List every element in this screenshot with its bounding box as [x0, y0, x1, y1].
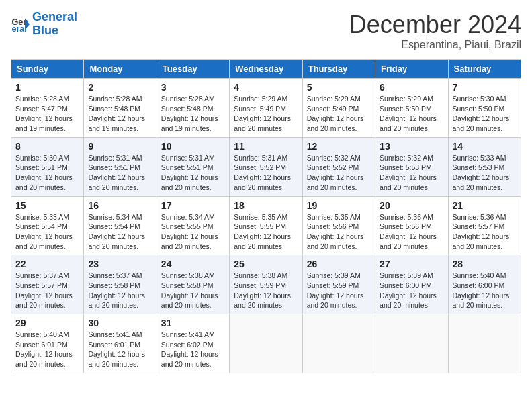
- calendar-cell: 19Sunrise: 5:35 AM Sunset: 5:56 PM Dayli…: [302, 196, 375, 255]
- weekday-header-friday: Friday: [375, 60, 448, 79]
- calendar-cell: 7Sunrise: 5:30 AM Sunset: 5:50 PM Daylig…: [448, 79, 521, 138]
- day-number: 20: [380, 200, 443, 211]
- day-info: Sunrise: 5:33 AM Sunset: 5:54 PM Dayligh…: [15, 212, 79, 252]
- calendar-cell: [448, 314, 521, 373]
- calendar-cell: 16Sunrise: 5:34 AM Sunset: 5:54 PM Dayli…: [84, 196, 157, 255]
- calendar-cell: 11Sunrise: 5:31 AM Sunset: 5:52 PM Dayli…: [230, 137, 302, 196]
- day-number: 26: [307, 259, 371, 269]
- day-number: 22: [15, 259, 79, 269]
- calendar-cell: 23Sunrise: 5:37 AM Sunset: 5:58 PM Dayli…: [84, 255, 157, 314]
- day-number: 17: [161, 200, 225, 211]
- logo-text: GeneralBlue: [32, 11, 77, 38]
- day-number: 7: [453, 82, 517, 93]
- calendar-cell: 24Sunrise: 5:38 AM Sunset: 5:58 PM Dayli…: [157, 255, 229, 314]
- calendar-cell: 17Sunrise: 5:34 AM Sunset: 5:55 PM Dayli…: [157, 196, 229, 255]
- day-number: 10: [161, 141, 225, 152]
- calendar-cell: 9Sunrise: 5:31 AM Sunset: 5:51 PM Daylig…: [84, 137, 157, 196]
- day-info: Sunrise: 5:37 AM Sunset: 5:57 PM Dayligh…: [15, 271, 79, 310]
- calendar-cell: 26Sunrise: 5:39 AM Sunset: 5:59 PM Dayli…: [302, 255, 375, 314]
- day-number: 12: [307, 141, 371, 152]
- calendar-cell: [230, 314, 302, 373]
- day-number: 3: [161, 82, 225, 93]
- calendar-body: 1Sunrise: 5:28 AM Sunset: 5:47 PM Daylig…: [11, 79, 521, 373]
- day-info: Sunrise: 5:28 AM Sunset: 5:47 PM Dayligh…: [15, 94, 79, 134]
- day-number: 25: [234, 259, 298, 269]
- day-info: Sunrise: 5:41 AM Sunset: 6:01 PM Dayligh…: [88, 330, 152, 369]
- day-number: 6: [380, 82, 443, 93]
- calendar-cell: 12Sunrise: 5:32 AM Sunset: 5:52 PM Dayli…: [302, 137, 375, 196]
- calendar-cell: 18Sunrise: 5:35 AM Sunset: 5:55 PM Dayli…: [230, 196, 302, 255]
- day-number: 1: [15, 82, 79, 93]
- day-number: 23: [88, 259, 152, 269]
- day-number: 16: [88, 200, 152, 211]
- calendar-cell: 13Sunrise: 5:32 AM Sunset: 5:53 PM Dayli…: [375, 137, 448, 196]
- calendar-cell: 29Sunrise: 5:40 AM Sunset: 6:01 PM Dayli…: [11, 314, 84, 373]
- calendar-cell: 31Sunrise: 5:41 AM Sunset: 6:02 PM Dayli…: [157, 314, 229, 373]
- calendar-header-row: SundayMondayTuesdayWednesdayThursdayFrid…: [11, 60, 521, 79]
- day-number: 27: [380, 259, 443, 269]
- day-info: Sunrise: 5:31 AM Sunset: 5:51 PM Dayligh…: [88, 153, 152, 193]
- calendar-week-2: 8Sunrise: 5:30 AM Sunset: 5:51 PM Daylig…: [11, 137, 521, 196]
- calendar-cell: [375, 314, 448, 373]
- calendar-cell: 5Sunrise: 5:29 AM Sunset: 5:49 PM Daylig…: [302, 79, 375, 138]
- day-number: 13: [380, 141, 443, 152]
- title-block: December 2024 Esperantina, Piaui, Brazil: [349, 11, 521, 51]
- day-info: Sunrise: 5:29 AM Sunset: 5:49 PM Dayligh…: [307, 94, 371, 134]
- day-number: 5: [307, 82, 371, 93]
- day-info: Sunrise: 5:29 AM Sunset: 5:50 PM Dayligh…: [380, 94, 443, 134]
- day-info: Sunrise: 5:41 AM Sunset: 6:02 PM Dayligh…: [161, 330, 225, 369]
- calendar-cell: 10Sunrise: 5:31 AM Sunset: 5:51 PM Dayli…: [157, 137, 229, 196]
- day-info: Sunrise: 5:36 AM Sunset: 5:56 PM Dayligh…: [380, 212, 443, 252]
- day-info: Sunrise: 5:29 AM Sunset: 5:49 PM Dayligh…: [234, 94, 298, 134]
- calendar-table: SundayMondayTuesdayWednesdayThursdayFrid…: [11, 59, 521, 373]
- day-info: Sunrise: 5:38 AM Sunset: 5:58 PM Dayligh…: [161, 271, 225, 310]
- weekday-header-thursday: Thursday: [302, 60, 375, 79]
- calendar-cell: 25Sunrise: 5:38 AM Sunset: 5:59 PM Dayli…: [230, 255, 302, 314]
- day-number: 30: [88, 318, 152, 328]
- calendar-cell: 8Sunrise: 5:30 AM Sunset: 5:51 PM Daylig…: [11, 137, 84, 196]
- day-info: Sunrise: 5:35 AM Sunset: 5:56 PM Dayligh…: [307, 212, 371, 252]
- calendar-cell: [302, 314, 375, 373]
- day-number: 14: [453, 141, 517, 152]
- weekday-header-monday: Monday: [84, 60, 157, 79]
- day-number: 9: [88, 141, 152, 152]
- day-info: Sunrise: 5:36 AM Sunset: 5:57 PM Dayligh…: [453, 212, 517, 252]
- calendar-week-3: 15Sunrise: 5:33 AM Sunset: 5:54 PM Dayli…: [11, 196, 521, 255]
- weekday-header-wednesday: Wednesday: [230, 60, 302, 79]
- day-info: Sunrise: 5:38 AM Sunset: 5:59 PM Dayligh…: [234, 271, 298, 310]
- weekday-header-sunday: Sunday: [11, 60, 84, 79]
- weekday-header-tuesday: Tuesday: [157, 60, 229, 79]
- day-number: 24: [161, 259, 225, 269]
- day-info: Sunrise: 5:30 AM Sunset: 5:50 PM Dayligh…: [453, 94, 517, 134]
- day-info: Sunrise: 5:35 AM Sunset: 5:55 PM Dayligh…: [234, 212, 298, 252]
- day-number: 8: [15, 141, 79, 152]
- logo-icon: Gen eral: [11, 15, 30, 34]
- calendar-cell: 28Sunrise: 5:40 AM Sunset: 6:00 PM Dayli…: [448, 255, 521, 314]
- calendar-cell: 4Sunrise: 5:29 AM Sunset: 5:49 PM Daylig…: [230, 79, 302, 138]
- day-number: 2: [88, 82, 152, 93]
- calendar-cell: 6Sunrise: 5:29 AM Sunset: 5:50 PM Daylig…: [375, 79, 448, 138]
- day-info: Sunrise: 5:32 AM Sunset: 5:52 PM Dayligh…: [307, 153, 371, 193]
- day-number: 19: [307, 200, 371, 211]
- day-info: Sunrise: 5:39 AM Sunset: 5:59 PM Dayligh…: [307, 271, 371, 310]
- calendar-cell: 3Sunrise: 5:28 AM Sunset: 5:48 PM Daylig…: [157, 79, 229, 138]
- weekday-header-saturday: Saturday: [448, 60, 521, 79]
- calendar-cell: 27Sunrise: 5:39 AM Sunset: 6:00 PM Dayli…: [375, 255, 448, 314]
- day-info: Sunrise: 5:30 AM Sunset: 5:51 PM Dayligh…: [15, 153, 79, 193]
- day-info: Sunrise: 5:28 AM Sunset: 5:48 PM Dayligh…: [161, 94, 225, 134]
- day-number: 31: [161, 318, 225, 328]
- calendar-cell: 1Sunrise: 5:28 AM Sunset: 5:47 PM Daylig…: [11, 79, 84, 138]
- calendar-cell: 2Sunrise: 5:28 AM Sunset: 5:48 PM Daylig…: [84, 79, 157, 138]
- day-info: Sunrise: 5:31 AM Sunset: 5:51 PM Dayligh…: [161, 153, 225, 193]
- day-number: 29: [15, 318, 79, 328]
- day-info: Sunrise: 5:34 AM Sunset: 5:55 PM Dayligh…: [161, 212, 225, 252]
- day-info: Sunrise: 5:40 AM Sunset: 6:00 PM Dayligh…: [453, 271, 517, 310]
- calendar-cell: 22Sunrise: 5:37 AM Sunset: 5:57 PM Dayli…: [11, 255, 84, 314]
- day-number: 18: [234, 200, 298, 211]
- calendar-cell: 15Sunrise: 5:33 AM Sunset: 5:54 PM Dayli…: [11, 196, 84, 255]
- calendar-cell: 30Sunrise: 5:41 AM Sunset: 6:01 PM Dayli…: [84, 314, 157, 373]
- calendar-cell: 21Sunrise: 5:36 AM Sunset: 5:57 PM Dayli…: [448, 196, 521, 255]
- day-number: 11: [234, 141, 298, 152]
- day-info: Sunrise: 5:34 AM Sunset: 5:54 PM Dayligh…: [88, 212, 152, 252]
- calendar-cell: 20Sunrise: 5:36 AM Sunset: 5:56 PM Dayli…: [375, 196, 448, 255]
